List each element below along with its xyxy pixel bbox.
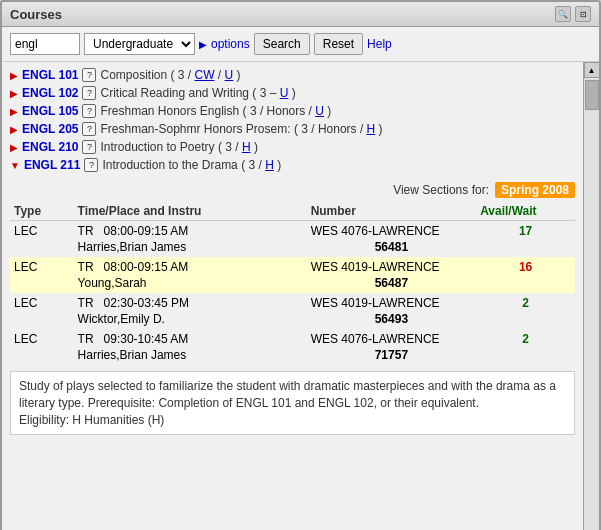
section-instructor: Young,Sarah bbox=[74, 275, 307, 293]
search-button[interactable]: Search bbox=[254, 33, 310, 55]
section-type-empty bbox=[10, 275, 74, 293]
title-bar: Courses 🔍 ⊡ bbox=[2, 2, 599, 27]
type-header: Type bbox=[10, 202, 74, 221]
section-type-empty bbox=[10, 311, 74, 329]
h-link[interactable]: H bbox=[265, 158, 274, 172]
list-item: ▼ ENGL 211 ? Introduction to the Drama (… bbox=[10, 156, 575, 174]
section-avail: 16 bbox=[476, 257, 575, 293]
main-content: ▶ ENGL 101 ? Composition ( 3 / CW / U ) … bbox=[2, 62, 583, 530]
toolbar: Undergraduate Graduate All ▶ options Sea… bbox=[2, 27, 599, 62]
semester-badge[interactable]: Spring 2008 bbox=[495, 182, 575, 198]
list-item: ▶ ENGL 102 ? Critical Reading and Writin… bbox=[10, 84, 575, 102]
section-avail: 2 bbox=[476, 293, 575, 329]
availwait-header: Avail/Wait bbox=[476, 202, 575, 221]
section-number: 56487 bbox=[307, 275, 477, 293]
section-number: 71757 bbox=[307, 347, 477, 365]
view-sections-bar: View Sections for: Spring 2008 bbox=[10, 178, 575, 202]
section-time: TR 09:30-10:45 AM bbox=[74, 329, 307, 347]
minimize-icon[interactable]: 🔍 bbox=[555, 6, 571, 22]
level-dropdown[interactable]: Undergraduate Graduate All bbox=[84, 33, 195, 55]
description-box: Study of plays selected to familiarize t… bbox=[10, 371, 575, 435]
table-row: LEC TR 08:00-09:15 AM WES 4076-LAWRENCE … bbox=[10, 221, 575, 240]
info-icon[interactable]: ? bbox=[82, 86, 96, 100]
content-area: ▶ ENGL 101 ? Composition ( 3 / CW / U ) … bbox=[2, 62, 599, 530]
section-type-empty bbox=[10, 347, 74, 365]
info-icon[interactable]: ? bbox=[82, 122, 96, 136]
course-description: Freshman-Sophmr Honors Prosem: ( 3 / Hon… bbox=[100, 122, 382, 136]
course-description: Freshman Honors English ( 3 / Honors / U… bbox=[100, 104, 331, 118]
list-item: ▶ ENGL 210 ? Introduction to Poetry ( 3 … bbox=[10, 138, 575, 156]
table-row: LEC TR 09:30-10:45 AM WES 4076-LAWRENCE … bbox=[10, 329, 575, 347]
course-code-link[interactable]: ENGL 211 bbox=[24, 158, 80, 172]
course-description: Composition ( 3 / CW / U ) bbox=[100, 68, 240, 82]
maximize-icon[interactable]: ⊡ bbox=[575, 6, 591, 22]
section-instructor: Harries,Brian James bbox=[74, 347, 307, 365]
course-code-link[interactable]: ENGL 101 bbox=[22, 68, 78, 82]
course-description: Critical Reading and Writing ( 3 – U ) bbox=[100, 86, 295, 100]
table-row: LEC TR 08:00-09:15 AM WES 4019-LAWRENCE … bbox=[10, 257, 575, 275]
section-avail: 17 bbox=[476, 221, 575, 258]
expand-arrow-icon[interactable]: ▶ bbox=[10, 106, 18, 117]
course-code-link[interactable]: ENGL 210 bbox=[22, 140, 78, 154]
options-link[interactable]: options bbox=[211, 37, 250, 51]
expand-arrow-icon[interactable]: ▶ bbox=[10, 70, 18, 81]
section-type-empty bbox=[10, 239, 74, 257]
h-link[interactable]: H bbox=[367, 122, 376, 136]
section-type: LEC bbox=[10, 221, 74, 240]
section-location: WES 4076-LAWRENCE bbox=[307, 221, 477, 240]
sections-table: Type Time/Place and Instru Number Avail/… bbox=[10, 202, 575, 365]
options-arrow-icon: ▶ bbox=[199, 39, 207, 50]
u-link[interactable]: U bbox=[225, 68, 234, 82]
section-type: LEC bbox=[10, 293, 74, 311]
search-input[interactable] bbox=[10, 33, 80, 55]
course-code-link[interactable]: ENGL 102 bbox=[22, 86, 78, 100]
view-sections-label: View Sections for: bbox=[393, 183, 489, 197]
section-number: 56493 bbox=[307, 311, 477, 329]
section-instructor: Harries,Brian James bbox=[74, 239, 307, 257]
description-text: Study of plays selected to familiarize t… bbox=[19, 379, 556, 427]
courses-window: Courses 🔍 ⊡ Undergraduate Graduate All ▶… bbox=[0, 0, 601, 530]
info-icon[interactable]: ? bbox=[82, 140, 96, 154]
course-description: Introduction to Poetry ( 3 / H ) bbox=[100, 140, 257, 154]
u-link[interactable]: U bbox=[280, 86, 289, 100]
course-code-link[interactable]: ENGL 205 bbox=[22, 122, 78, 136]
h-link[interactable]: H bbox=[242, 140, 251, 154]
table-row: LEC TR 02:30-03:45 PM WES 4019-LAWRENCE … bbox=[10, 293, 575, 311]
section-instructor: Wicktor,Emily D. bbox=[74, 311, 307, 329]
list-item: ▶ ENGL 105 ? Freshman Honors English ( 3… bbox=[10, 102, 575, 120]
scrollbar[interactable]: ▲ bbox=[583, 62, 599, 530]
expand-arrow-icon[interactable]: ▶ bbox=[10, 142, 18, 153]
scroll-thumb[interactable] bbox=[585, 80, 599, 110]
section-number: 56481 bbox=[307, 239, 477, 257]
section-avail: 2 bbox=[476, 329, 575, 365]
help-link[interactable]: Help bbox=[367, 37, 392, 51]
list-item: ▶ ENGL 205 ? Freshman-Sophmr Honors Pros… bbox=[10, 120, 575, 138]
timeplace-header: Time/Place and Instru bbox=[74, 202, 307, 221]
cw-link[interactable]: CW bbox=[195, 68, 215, 82]
section-type: LEC bbox=[10, 329, 74, 347]
expand-arrow-icon[interactable]: ▶ bbox=[10, 88, 18, 99]
list-item: ▶ ENGL 101 ? Composition ( 3 / CW / U ) bbox=[10, 66, 575, 84]
scroll-up-button[interactable]: ▲ bbox=[584, 62, 600, 78]
section-time: TR 08:00-09:15 AM bbox=[74, 257, 307, 275]
number-header: Number bbox=[307, 202, 477, 221]
section-location: WES 4019-LAWRENCE bbox=[307, 257, 477, 275]
section-location: WES 4076-LAWRENCE bbox=[307, 329, 477, 347]
section-time: TR 02:30-03:45 PM bbox=[74, 293, 307, 311]
reset-button[interactable]: Reset bbox=[314, 33, 363, 55]
section-time: TR 08:00-09:15 AM bbox=[74, 221, 307, 240]
u-link[interactable]: U bbox=[315, 104, 324, 118]
course-code-link[interactable]: ENGL 105 bbox=[22, 104, 78, 118]
info-icon[interactable]: ? bbox=[84, 158, 98, 172]
info-icon[interactable]: ? bbox=[82, 68, 96, 82]
expand-arrow-icon[interactable]: ▶ bbox=[10, 124, 18, 135]
collapse-arrow-icon[interactable]: ▼ bbox=[10, 160, 20, 171]
section-location: WES 4019-LAWRENCE bbox=[307, 293, 477, 311]
course-list: ▶ ENGL 101 ? Composition ( 3 / CW / U ) … bbox=[10, 66, 575, 174]
section-type: LEC bbox=[10, 257, 74, 275]
course-description: Introduction to the Drama ( 3 / H ) bbox=[102, 158, 281, 172]
title-icons: 🔍 ⊡ bbox=[555, 6, 591, 22]
info-icon[interactable]: ? bbox=[82, 104, 96, 118]
window-title: Courses bbox=[10, 7, 62, 22]
